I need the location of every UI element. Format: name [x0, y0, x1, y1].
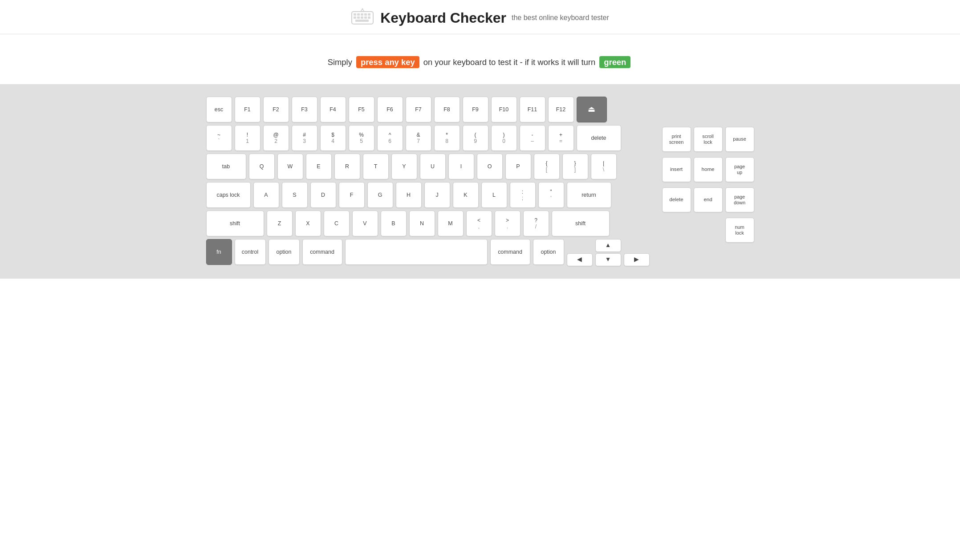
key-u[interactable]: U: [420, 154, 446, 179]
key-insert[interactable]: insert: [662, 157, 691, 182]
key-a[interactable]: A: [253, 182, 279, 208]
key-f4[interactable]: F4: [320, 97, 346, 122]
key-h[interactable]: H: [396, 182, 422, 208]
key-i[interactable]: I: [448, 154, 474, 179]
key-v[interactable]: V: [352, 211, 378, 236]
key-8[interactable]: *8: [434, 125, 460, 151]
key-5[interactable]: %5: [349, 125, 374, 151]
numlock-row: numlock: [662, 218, 754, 243]
key-pageup[interactable]: pageup: [725, 157, 754, 182]
key-option-right[interactable]: option: [533, 239, 564, 265]
key-scroll-lock[interactable]: scrolllock: [694, 127, 723, 152]
key-command-right[interactable]: command: [490, 239, 530, 265]
key-capslock[interactable]: caps lock: [206, 182, 251, 208]
key-t[interactable]: T: [363, 154, 389, 179]
key-n[interactable]: N: [409, 211, 435, 236]
key-lshift[interactable]: shift: [206, 211, 264, 236]
key-arrow-up[interactable]: ▲: [595, 239, 621, 252]
key-arrow-left[interactable]: ◀: [567, 253, 593, 266]
key-c[interactable]: C: [324, 211, 350, 236]
key-semicolon[interactable]: :;: [510, 182, 536, 208]
key-k[interactable]: K: [453, 182, 479, 208]
key-tab[interactable]: tab: [206, 154, 246, 179]
key-backslash[interactable]: |\: [591, 154, 617, 179]
key-slash[interactable]: ?/: [523, 211, 549, 236]
key-o[interactable]: O: [477, 154, 503, 179]
key-f6[interactable]: F6: [377, 97, 403, 122]
key-command-left[interactable]: command: [302, 239, 342, 265]
key-lbracket[interactable]: {[: [534, 154, 560, 179]
key-numlock[interactable]: numlock: [725, 218, 754, 243]
key-s[interactable]: S: [282, 182, 308, 208]
key-rbracket[interactable]: }]: [562, 154, 588, 179]
key-pause[interactable]: pause: [725, 127, 754, 152]
key-quote[interactable]: "': [538, 182, 564, 208]
key-arrow-down[interactable]: ▼: [595, 253, 621, 266]
key-print-screen[interactable]: printscreen: [662, 127, 691, 152]
key-f1[interactable]: F1: [235, 97, 260, 122]
key-f11[interactable]: F11: [520, 97, 545, 122]
key-7[interactable]: &7: [406, 125, 431, 151]
key-backtick[interactable]: ~`: [206, 125, 232, 151]
key-eject[interactable]: ⏏: [577, 97, 607, 122]
key-pagedown[interactable]: pagedown: [725, 187, 754, 212]
nav-mid-row: insert home pageup: [662, 157, 754, 182]
key-3[interactable]: #3: [292, 125, 317, 151]
key-x[interactable]: X: [295, 211, 321, 236]
key-space[interactable]: [345, 239, 488, 265]
prompt-middle: on your keyboard to test it - if it work…: [423, 57, 595, 67]
key-d[interactable]: D: [310, 182, 336, 208]
key-g[interactable]: G: [367, 182, 393, 208]
key-f8[interactable]: F8: [434, 97, 460, 122]
svg-rect-2: [357, 13, 360, 16]
key-period[interactable]: >.: [495, 211, 521, 236]
zxcv-row: shift Z X C V B N M <, >. ?/ shift: [206, 211, 650, 236]
key-1[interactable]: !1: [235, 125, 260, 151]
key-f[interactable]: F: [339, 182, 365, 208]
key-comma[interactable]: <,: [466, 211, 492, 236]
app-subtitle: the best online keyboard tester: [512, 14, 609, 22]
key-e[interactable]: E: [306, 154, 332, 179]
key-delete[interactable]: delete: [577, 125, 621, 151]
key-m[interactable]: M: [438, 211, 464, 236]
key-r[interactable]: R: [334, 154, 360, 179]
prompt-green: green: [599, 56, 631, 68]
modifier-row: fn control option command command option…: [206, 239, 650, 266]
key-arrow-right[interactable]: ▶: [624, 253, 650, 266]
key-9[interactable]: (9: [463, 125, 488, 151]
key-4[interactable]: $4: [320, 125, 346, 151]
key-delete-nav[interactable]: delete: [662, 187, 691, 212]
key-f3[interactable]: F3: [292, 97, 317, 122]
key-rshift[interactable]: shift: [552, 211, 610, 236]
key-z[interactable]: Z: [267, 211, 293, 236]
key-end[interactable]: end: [694, 187, 723, 212]
key-q[interactable]: Q: [249, 154, 275, 179]
key-l[interactable]: L: [481, 182, 507, 208]
key-option-left[interactable]: option: [268, 239, 300, 265]
key-f9[interactable]: F9: [463, 97, 488, 122]
key-minus[interactable]: -–: [520, 125, 545, 151]
key-equals[interactable]: +=: [548, 125, 574, 151]
key-2[interactable]: @2: [263, 125, 289, 151]
key-p[interactable]: P: [505, 154, 531, 179]
key-0[interactable]: )0: [491, 125, 517, 151]
key-b[interactable]: B: [381, 211, 407, 236]
key-j[interactable]: J: [424, 182, 450, 208]
key-f7[interactable]: F7: [406, 97, 431, 122]
key-return[interactable]: return: [567, 182, 611, 208]
svg-rect-7: [357, 16, 360, 19]
svg-rect-6: [354, 16, 356, 19]
key-y[interactable]: Y: [391, 154, 417, 179]
key-fn[interactable]: fn: [206, 239, 232, 265]
key-home[interactable]: home: [694, 157, 723, 182]
asdf-row: caps lock A S D F G H J K L :; "' return: [206, 182, 650, 208]
key-6[interactable]: ^6: [377, 125, 403, 151]
key-f5[interactable]: F5: [349, 97, 374, 122]
key-control[interactable]: control: [235, 239, 266, 265]
fn-row: esc F1 F2 F3 F4 F5 F6 F7 F8 F9 F10 F11 F…: [206, 97, 650, 122]
key-f2[interactable]: F2: [263, 97, 289, 122]
key-esc[interactable]: esc: [206, 97, 232, 122]
key-f10[interactable]: F10: [491, 97, 517, 122]
key-f12[interactable]: F12: [548, 97, 574, 122]
key-w[interactable]: W: [277, 154, 303, 179]
